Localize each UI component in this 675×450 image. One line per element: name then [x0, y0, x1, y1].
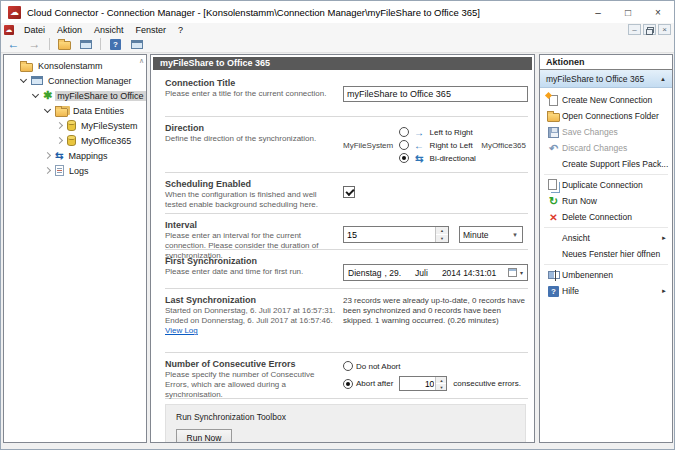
error-count-spinner: ▲ ▼	[399, 376, 447, 391]
dropdown-arrow-icon[interactable]: ▾	[520, 269, 523, 276]
mdi-restore-button[interactable]	[643, 24, 656, 35]
expander-open-icon[interactable]	[31, 91, 40, 100]
minimize-button[interactable]: –	[583, 1, 613, 23]
submenu-arrow-icon: ►	[661, 288, 667, 294]
rename-icon	[548, 271, 560, 279]
menu-ansicht[interactable]: Ansicht	[88, 25, 130, 35]
radio-icon[interactable]	[343, 361, 353, 371]
radio-label: Do not Abort	[356, 362, 400, 371]
menu-aktion[interactable]: Aktion	[51, 25, 88, 35]
show-console-tree-button[interactable]	[77, 37, 94, 51]
section-heading: Connection Title	[165, 78, 337, 88]
mdi-close-button[interactable]: ×	[658, 24, 671, 35]
section-heading: First Synchronization	[165, 256, 337, 266]
open-folder-icon	[547, 113, 560, 122]
main-panel: myFileShare to Office 365 Connection Tit…	[150, 54, 535, 443]
back-button[interactable]: ←	[5, 37, 22, 51]
forward-button[interactable]: →	[26, 37, 43, 51]
submenu-arrow-icon: ►	[661, 235, 667, 241]
direction-radio-group: → Left to Right ← Right to Left ⇆	[399, 127, 476, 163]
interval-unit-dropdown[interactable]: Minute ▾	[459, 226, 523, 243]
last-sync-started: Started on Donnerstag, 6. Juli 2017 at 1…	[165, 306, 337, 316]
action-hilfe[interactable]: ? Hilfe ►	[540, 283, 672, 299]
radio-icon-checked[interactable]	[399, 153, 409, 163]
arrow-left-icon: ←	[412, 141, 427, 150]
menu-fenster[interactable]: Fenster	[130, 25, 173, 35]
up-one-level-button[interactable]	[56, 37, 73, 51]
actions-panel: Aktionen myFileShare to Office 365 ▲ Cre…	[539, 54, 673, 443]
run-sync-toolbox: Run Synchronization Toolbox Run Now	[165, 404, 526, 443]
tree-item-connection-manager[interactable]: Connection Manager	[4, 73, 146, 88]
tree-item-myfilesystem[interactable]: MyFileSystem	[4, 118, 146, 133]
tree-item-myfileshare[interactable]: ✱ myFileShare to Office 365	[4, 88, 146, 103]
radio-icon[interactable]	[399, 140, 409, 150]
show-action-pane-button[interactable]	[128, 37, 145, 51]
tree-item-label: Konsolenstamm	[36, 61, 105, 71]
action-duplicate-connection[interactable]: Duplicate Connection	[540, 177, 672, 193]
action-ansicht[interactable]: Ansicht ►	[540, 230, 672, 246]
action-delete-connection[interactable]: ✕ Delete Connection	[540, 209, 672, 225]
console-window-icon	[80, 40, 92, 49]
expander-open-icon[interactable]	[43, 106, 52, 115]
spin-up-button[interactable]: ▲	[436, 227, 448, 234]
window-controls: – □ ×	[583, 1, 673, 23]
action-create-support-files-pack[interactable]: Create Support Files Pack...	[540, 156, 672, 172]
radio-left-to-right[interactable]: → Left to Right	[399, 127, 476, 137]
radio-label: Abort after	[356, 379, 393, 388]
radio-right-to-left[interactable]: ← Right to Left	[399, 140, 476, 150]
section-last-sync: Last Synchronization Started on Donnerst…	[165, 289, 528, 353]
help-button[interactable]: ?	[107, 37, 124, 51]
collapse-icon[interactable]: ▲	[660, 76, 666, 82]
expander-closed-icon[interactable]	[43, 166, 52, 175]
action-create-new-connection[interactable]: Create New Connection	[540, 92, 672, 108]
connection-title-input[interactable]	[343, 86, 528, 102]
radio-do-not-abort[interactable]: Do not Abort	[343, 361, 528, 371]
radio-abort-after[interactable]: Abort after ▲ ▼ consecutive errors.	[343, 376, 528, 391]
view-log-link[interactable]: View Log	[165, 326, 198, 335]
tree-scroll-up-arrow[interactable]: ∧	[139, 57, 144, 65]
actions-group-header[interactable]: myFileShare to Office 365 ▲	[540, 70, 672, 88]
toolbar-separator	[49, 38, 50, 50]
radio-icon-checked[interactable]	[343, 379, 353, 389]
tree-item-konsolenstamm[interactable]: Konsolenstamm	[4, 58, 146, 73]
action-discard-changes[interactable]: ↶ Discard Changes	[540, 140, 672, 156]
maximize-button[interactable]: □	[613, 1, 643, 23]
tree-item-label: MyFileSystem	[79, 121, 140, 131]
expander-open-icon[interactable]	[19, 76, 28, 85]
action-label: Umbenennen	[562, 270, 613, 280]
action-save-changes[interactable]: Save Changes	[540, 124, 672, 140]
expander-closed-icon[interactable]	[55, 121, 64, 130]
radio-icon[interactable]	[399, 127, 409, 137]
radio-label: Bi-directional	[430, 154, 476, 163]
first-sync-datetime-picker[interactable]: Dienstag , 29. Juli 2014 14:31:01 ▾	[343, 264, 528, 281]
calendar-icon	[508, 268, 517, 277]
mdi-minimize-button[interactable]: –	[628, 24, 641, 35]
run-now-button[interactable]: Run Now	[176, 429, 232, 443]
interval-unit-value: Minute	[460, 230, 508, 240]
tree-item-myoffice365[interactable]: MyOffice365	[4, 133, 146, 148]
tree-item-logs[interactable]: Logs	[4, 163, 146, 178]
logs-icon	[55, 165, 64, 176]
menu-hilfe[interactable]: ?	[172, 25, 189, 35]
interval-spinner: ▲ ▼	[343, 226, 449, 243]
tree-item-label: Logs	[67, 166, 91, 176]
expander-closed-icon[interactable]	[55, 136, 64, 145]
error-count-input[interactable]	[400, 377, 435, 390]
action-run-now[interactable]: ↻ Run Now	[540, 193, 672, 209]
action-open-connections-folder[interactable]: Open Connections Folder	[540, 108, 672, 124]
action-neues-fenster[interactable]: Neues Fenster hier öffnen	[540, 246, 672, 262]
scheduling-enabled-checkbox[interactable]	[343, 186, 355, 198]
menu-datei[interactable]: Datei	[18, 25, 51, 35]
arrow-right-icon: →	[412, 128, 427, 137]
tree-item-data-entities[interactable]: Data Entities	[4, 103, 146, 118]
spin-down-button[interactable]: ▼	[436, 234, 448, 242]
mdi-child-icon[interactable]: ☁	[4, 25, 14, 35]
action-umbenennen[interactable]: Umbenennen	[540, 267, 672, 283]
radio-bidirectional[interactable]: ⇆ Bi-directional	[399, 153, 476, 163]
spin-down-button[interactable]: ▼	[436, 383, 446, 390]
expander-closed-icon[interactable]	[43, 151, 52, 160]
interval-input[interactable]	[344, 227, 435, 242]
undo-icon: ↶	[549, 142, 558, 155]
tree-item-mappings[interactable]: ⇆ Mappings	[4, 148, 146, 163]
close-button[interactable]: ×	[643, 1, 673, 23]
